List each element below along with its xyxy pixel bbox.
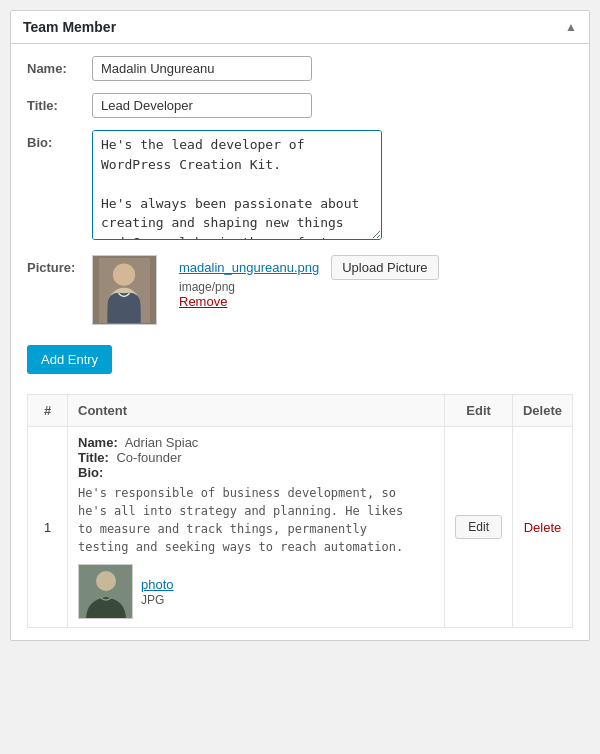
title-input[interactable]: [92, 93, 312, 118]
picture-type: image/png: [179, 280, 439, 294]
thumbnail-image: [97, 258, 152, 323]
table-row: 1 Name: Adrian Spiac Title: Co-founder B…: [28, 427, 573, 628]
col-header-edit: Edit: [445, 395, 513, 427]
entry-delete-cell: Delete: [512, 427, 572, 628]
title-field-wrapper: [92, 93, 573, 118]
panel-title: Team Member: [23, 19, 116, 35]
table-header-row: # Content Edit Delete: [28, 395, 573, 427]
bio-field-wrapper: He's the lead developer of WordPress Cre…: [92, 130, 573, 243]
title-label: Title:: [27, 93, 92, 113]
col-header-delete: Delete: [512, 395, 572, 427]
panel-body: Name: Title: Bio: He's the lead develope…: [11, 44, 589, 640]
bio-textarea[interactable]: He's the lead developer of WordPress Cre…: [92, 130, 382, 240]
entries-table: # Content Edit Delete 1 Name: Adrian Spi…: [27, 394, 573, 628]
entry-bio-row: Bio: He's responsible of business develo…: [78, 465, 434, 556]
entry-title-row: Title: Co-founder: [78, 450, 434, 465]
entry-picture-info: photo JPG: [141, 577, 174, 607]
entry-edit-cell: Edit: [445, 427, 513, 628]
upload-picture-button[interactable]: Upload Picture: [331, 255, 438, 280]
entry-picture-type: JPG: [141, 593, 164, 607]
picture-name-row: madalin_ungureanu.png Upload Picture: [179, 255, 439, 280]
entry-title-label: Title:: [78, 450, 109, 465]
entry-picture-row: photo JPG: [78, 564, 434, 619]
remove-picture-link[interactable]: Remove: [179, 294, 439, 309]
entry-bio-text: He's responsible of business development…: [78, 484, 434, 556]
toggle-icon[interactable]: ▲: [565, 20, 577, 34]
svg-point-4: [96, 571, 116, 591]
add-entry-button[interactable]: Add Entry: [27, 345, 112, 374]
picture-info: madalin_ungureanu.png Upload Picture ima…: [179, 255, 439, 309]
table-body: 1 Name: Adrian Spiac Title: Co-founder B…: [28, 427, 573, 628]
picture-label: Picture:: [27, 255, 92, 275]
entry-name-value: Adrian Spiac: [125, 435, 199, 450]
entry-title-value: Co-founder: [116, 450, 181, 465]
team-member-panel: Team Member ▲ Name: Title: Bio: He's the…: [10, 10, 590, 641]
bio-row: Bio: He's the lead developer of WordPres…: [27, 130, 573, 243]
entry-content: Name: Adrian Spiac Title: Co-founder Bio…: [68, 427, 445, 628]
entry-thumbnail: [78, 564, 133, 619]
entry-thumbnail-image: [79, 565, 133, 619]
picture-thumbnail: [92, 255, 157, 325]
entry-picture-link[interactable]: photo: [141, 577, 174, 592]
col-header-content: Content: [68, 395, 445, 427]
bio-label: Bio:: [27, 130, 92, 150]
edit-button[interactable]: Edit: [455, 515, 502, 539]
name-input[interactable]: [92, 56, 312, 81]
name-label: Name:: [27, 56, 92, 76]
name-row: Name:: [27, 56, 573, 81]
entry-name-row: Name: Adrian Spiac: [78, 435, 434, 450]
entry-number: 1: [28, 427, 68, 628]
title-row: Title:: [27, 93, 573, 118]
table-header: # Content Edit Delete: [28, 395, 573, 427]
delete-link[interactable]: Delete: [524, 520, 562, 535]
picture-filename[interactable]: madalin_ungureanu.png: [179, 260, 319, 275]
entry-bio-label: Bio:: [78, 465, 103, 480]
picture-row: Picture:: [27, 255, 573, 325]
svg-point-1: [113, 263, 135, 285]
entry-name-label: Name:: [78, 435, 118, 450]
name-field-wrapper: [92, 56, 573, 81]
col-header-hash: #: [28, 395, 68, 427]
picture-content: madalin_ungureanu.png Upload Picture ima…: [92, 255, 439, 325]
panel-header: Team Member ▲: [11, 11, 589, 44]
